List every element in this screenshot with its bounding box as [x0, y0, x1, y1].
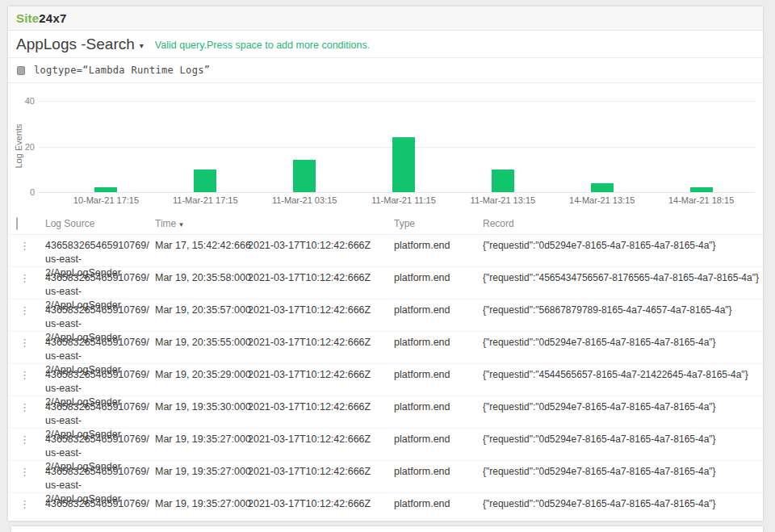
logo-part-24x7: 24x7	[39, 11, 66, 25]
x-axis-tick: 14-Mar-21 13:15	[552, 195, 651, 205]
query-input[interactable]: logtype=“Lambda Runtime Logs”	[34, 65, 210, 76]
bar[interactable]	[94, 187, 117, 192]
query-status-message: Valid query.Press space to add more cond…	[155, 40, 370, 51]
table-row[interactable]: ⋮436583265465910769/us-east-2/AppLogSend…	[8, 332, 763, 364]
bar-slot	[354, 101, 454, 192]
cell-time: Mar 19, 19:35:27:000	[155, 493, 248, 521]
y-axis-tick: 40	[8, 96, 35, 106]
bar-slot	[156, 101, 255, 192]
x-axis-tick: 10-Mar-21 17:15	[57, 195, 156, 205]
applogs-panel: Site24x7 AppLogs -Search ▾ Valid query.P…	[8, 6, 763, 521]
x-axis-labels: 10-Mar-21 17:1511-Mar-21 17:1511-Mar-21 …	[57, 195, 751, 205]
row-menu-icon[interactable]: ⋮	[8, 493, 45, 521]
table-row[interactable]: ⋮436583265465910769/us-east-2/AppLogSend…	[8, 235, 763, 267]
title-row: AppLogs -Search ▾ Valid query.Press spac…	[8, 31, 763, 58]
gridline	[39, 192, 755, 193]
bar[interactable]	[293, 160, 316, 192]
page-title: AppLogs -Search	[16, 36, 135, 53]
column-header-time[interactable]: Time▾	[155, 218, 248, 229]
x-axis-tick: 11-Mar-21 11:15	[354, 195, 454, 205]
sort-desc-icon: ▾	[179, 220, 183, 228]
next-panel-edge	[11, 526, 763, 532]
cell-record: {"requestid":"0d5294e7-8165-4a7-8165-4a7…	[483, 493, 763, 521]
column-header-record[interactable]: Record	[483, 218, 763, 229]
chart: Log Events 0204010-Mar-21 17:1511-Mar-21…	[8, 83, 763, 212]
top-bar: Site24x7	[8, 6, 763, 31]
table-row[interactable]: ⋮436583265465910769/us-east-2/AppLogSend…	[8, 267, 763, 300]
cell-iso-time: 2021-03-17T10:12:42:666Z	[248, 493, 394, 521]
query-bar[interactable]: logtype=“Lambda Runtime Logs”	[8, 58, 763, 83]
bar[interactable]	[591, 183, 614, 192]
cell-log-source: 436583265465910769/	[45, 493, 155, 521]
table-row[interactable]: ⋮436583265465910769/us-east-2/AppLogSend…	[8, 461, 763, 493]
x-axis-tick: 11-Mar-21 17:15	[156, 195, 255, 205]
table-row[interactable]: ⋮436583265465910769/us-east-2/AppLogSend…	[8, 396, 763, 429]
cell-type: platform.end	[394, 493, 483, 521]
column-header-type[interactable]: Type	[394, 218, 483, 229]
bar-slot	[57, 101, 156, 192]
table-row[interactable]: ⋮436583265465910769/Mar 19, 19:35:27:000…	[8, 493, 763, 521]
logo-part-site: Site	[16, 11, 39, 25]
bar[interactable]	[194, 170, 216, 192]
bar-slot	[552, 101, 651, 192]
bar[interactable]	[392, 137, 415, 192]
bar[interactable]	[690, 187, 713, 192]
x-axis-tick: 14-Mar-21 18:15	[651, 195, 751, 205]
table-row[interactable]: ⋮436583265465910769/us-east-2/AppLogSend…	[8, 429, 763, 461]
x-axis-tick: 11-Mar-21 03:15	[255, 195, 354, 205]
site24x7-logo: Site24x7	[16, 11, 66, 25]
query-icon	[17, 66, 25, 75]
log-table-body: ⋮436583265465910769/us-east-2/AppLogSend…	[8, 235, 763, 521]
x-axis-tick: 11-Mar-21 13:15	[453, 195, 552, 205]
y-axis-tick: 20	[8, 142, 35, 152]
table-row[interactable]: ⋮436583265465910769/us-east-2/AppLogSend…	[8, 300, 763, 332]
bar[interactable]	[492, 170, 514, 192]
chevron-down-icon[interactable]: ▾	[140, 41, 144, 50]
bar-slot	[255, 101, 354, 192]
bar-slot	[453, 101, 552, 192]
select-all-checkbox[interactable]	[16, 217, 18, 230]
y-axis-tick: 0	[8, 187, 35, 197]
table-row[interactable]: ⋮436583265465910769/us-east-2/AppLogSend…	[8, 364, 763, 396]
bar-slot	[651, 101, 751, 192]
column-header-log-source[interactable]: Log Source	[45, 218, 155, 229]
plot-area	[57, 101, 751, 192]
table-header-row: Log Source Time▾ Type Record	[8, 212, 763, 235]
